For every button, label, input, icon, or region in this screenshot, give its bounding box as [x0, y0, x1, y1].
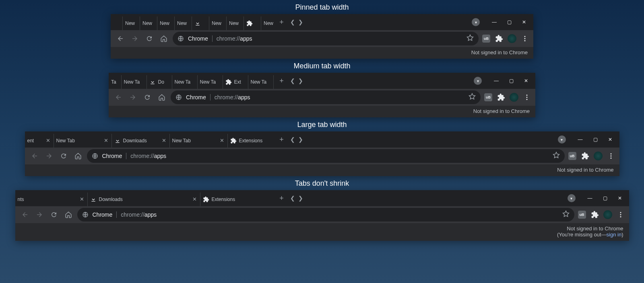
browser-tab[interactable]: nts✕	[15, 193, 88, 206]
browser-tab[interactable]: New Ta	[248, 75, 274, 89]
browser-tab[interactable]: New Ta	[198, 75, 223, 89]
new-tab-button[interactable]: +	[277, 76, 287, 86]
new-tab-button[interactable]: +	[277, 17, 287, 27]
minimize-icon[interactable]: —	[492, 19, 497, 25]
browser-tab[interactable]: Do	[147, 75, 172, 89]
maximize-icon[interactable]: ▢	[509, 78, 514, 84]
browser-tab[interactable]: Extensions✕	[200, 193, 275, 206]
close-icon[interactable]: ✕	[524, 78, 528, 84]
ublock-icon[interactable]: uB	[578, 210, 586, 219]
maximize-icon[interactable]: ▢	[593, 137, 598, 142]
maximize-icon[interactable]: ▢	[603, 195, 607, 201]
close-icon[interactable]: ✕	[219, 138, 225, 144]
extensions-menu-icon[interactable]	[497, 93, 506, 102]
profile-button[interactable]: ▾	[474, 77, 482, 85]
tab-scroll-left-icon[interactable]: ❮	[289, 193, 297, 203]
browser-tab[interactable]: Extensions✕	[228, 134, 275, 148]
browser-tab[interactable]: New	[175, 16, 192, 30]
tab-scroll-right-icon[interactable]: ❯	[297, 17, 305, 27]
tab-scroll-left-icon[interactable]: ❮	[289, 135, 297, 144]
site-info-icon[interactable]	[175, 94, 182, 100]
back-button[interactable]	[113, 92, 124, 103]
browser-tab[interactable]: New Ta	[274, 75, 275, 89]
address-bar[interactable]: Chrome chrome://apps	[77, 208, 574, 221]
reload-button[interactable]	[48, 209, 60, 220]
chrome-menu-icon[interactable]	[616, 210, 625, 219]
browser-tab[interactable]: New Tab✕	[170, 134, 228, 148]
tab-scroll-left-icon[interactable]: ❮	[289, 17, 297, 27]
address-bar[interactable]: Chrome chrome://apps	[87, 149, 565, 163]
address-bar[interactable]: Chrome chrome://apps	[173, 32, 479, 45]
forward-button[interactable]	[34, 209, 45, 220]
close-icon[interactable]: ✕	[608, 137, 612, 142]
browser-tab[interactable]: ent✕	[25, 134, 54, 148]
site-info-icon[interactable]	[82, 211, 89, 218]
browser-tab[interactable]: New	[227, 16, 244, 30]
browser-tab[interactable]: New Ta	[122, 75, 147, 89]
extensions-menu-icon[interactable]	[590, 210, 599, 219]
bookmark-star-icon[interactable]	[553, 152, 560, 160]
browser-tab[interactable]: New	[140, 16, 157, 30]
close-icon[interactable]: ✕	[618, 195, 622, 201]
forward-button[interactable]	[43, 150, 55, 162]
bookmark-star-icon[interactable]	[466, 34, 474, 43]
profile-button[interactable]: ▾	[472, 18, 480, 26]
ublock-icon[interactable]: uB	[482, 34, 491, 43]
browser-tab[interactable]	[244, 16, 261, 30]
chrome-menu-icon[interactable]	[607, 152, 615, 160]
home-button[interactable]	[72, 150, 84, 162]
tab-scroll-right-icon[interactable]: ❯	[297, 135, 305, 144]
back-button[interactable]	[29, 150, 40, 162]
browser-tab[interactable]: Ext	[223, 75, 248, 89]
close-icon[interactable]: ✕	[161, 138, 167, 144]
browser-tab[interactable]: New Ta	[172, 75, 198, 89]
ublock-icon[interactable]: uB	[484, 93, 493, 102]
profile-button[interactable]: ▾	[558, 135, 566, 144]
close-icon[interactable]: ✕	[103, 138, 109, 144]
minimize-icon[interactable]: —	[578, 137, 583, 142]
back-button[interactable]	[19, 209, 31, 220]
reload-button[interactable]	[142, 92, 153, 103]
close-icon[interactable]: ✕	[192, 197, 198, 202]
browser-tab[interactable]: Downloads✕	[88, 193, 200, 206]
browser-tab[interactable]	[111, 16, 123, 30]
home-button[interactable]	[156, 92, 167, 103]
browser-tab[interactable]: New	[123, 16, 140, 30]
reload-button[interactable]	[144, 33, 155, 44]
tab-scroll-right-icon[interactable]: ❯	[297, 193, 305, 203]
home-button[interactable]	[158, 33, 169, 44]
profile-button[interactable]: ▾	[568, 194, 576, 202]
new-tab-button[interactable]: +	[277, 193, 287, 203]
ublock-icon[interactable]: uB	[568, 152, 577, 160]
chrome-menu-icon[interactable]	[520, 34, 529, 43]
browser-tab[interactable]: New	[157, 16, 175, 30]
avatar[interactable]	[594, 152, 603, 160]
browser-tab[interactable]: New	[261, 16, 275, 30]
maximize-icon[interactable]: ▢	[507, 19, 512, 25]
minimize-icon[interactable]: —	[494, 78, 499, 84]
browser-tab[interactable]: Downloads✕	[112, 134, 170, 148]
browser-tab[interactable]: New Tab✕	[54, 134, 112, 148]
browser-tab[interactable]: New	[209, 16, 227, 30]
browser-tab[interactable]: Ta	[109, 75, 122, 89]
signin-link[interactable]: sign in	[607, 232, 622, 238]
close-icon[interactable]: ✕	[522, 19, 526, 25]
bookmark-star-icon[interactable]	[562, 210, 570, 219]
reload-button[interactable]	[58, 150, 69, 162]
close-icon[interactable]: ✕	[45, 138, 51, 144]
minimize-icon[interactable]: —	[588, 195, 592, 201]
site-info-icon[interactable]	[178, 35, 184, 42]
browser-tab[interactable]	[192, 16, 209, 30]
avatar[interactable]	[603, 210, 612, 219]
close-icon[interactable]: ✕	[79, 197, 85, 202]
address-bar[interactable]: Chrome chrome://apps	[171, 90, 481, 104]
new-tab-button[interactable]: +	[277, 134, 287, 145]
home-button[interactable]	[63, 209, 74, 220]
tab-scroll-right-icon[interactable]: ❯	[297, 76, 305, 86]
forward-button[interactable]	[127, 92, 138, 103]
back-button[interactable]	[115, 33, 126, 44]
bookmark-star-icon[interactable]	[469, 93, 476, 102]
avatar[interactable]	[510, 93, 518, 102]
forward-button[interactable]	[129, 33, 140, 44]
tab-scroll-left-icon[interactable]: ❮	[289, 76, 297, 86]
